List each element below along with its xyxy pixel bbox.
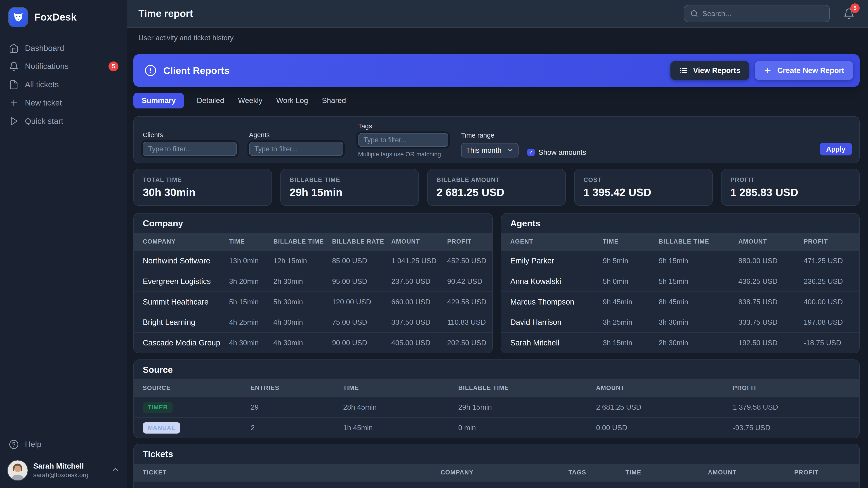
column-header: BILLABLE TIME bbox=[458, 385, 596, 392]
sidebar-item-help[interactable]: Help bbox=[8, 437, 120, 452]
user-menu[interactable]: Sarah Mitchell sarah@foxdesk.org bbox=[8, 460, 120, 480]
manual-badge: MANUAL bbox=[143, 422, 180, 434]
cell-company: Summit Healthcare bbox=[143, 297, 229, 306]
sidebar-item-dashboard[interactable]: Dashboard bbox=[8, 41, 120, 55]
time-range-group: Time range This month bbox=[461, 131, 519, 158]
cell-agent: David Harrison bbox=[510, 318, 603, 327]
cell-profit: 400.00 USD bbox=[804, 298, 850, 306]
user-email: sarah@foxdesk.org bbox=[33, 471, 89, 479]
tickets-section: Tickets TICKET COMPANY TAGS TIME AMOUNT … bbox=[133, 444, 860, 488]
tab-detailed[interactable]: Detailed bbox=[196, 96, 225, 105]
table-row: David Harrison 3h 25min 3h 30min 333.75 … bbox=[501, 312, 859, 332]
cell-amount: 880.00 USD bbox=[738, 257, 804, 265]
cell-profit: 452.50 USD bbox=[447, 257, 486, 265]
foxdesk-logo-icon bbox=[9, 8, 28, 26]
cell-profit: 90.42 USD bbox=[447, 277, 483, 286]
column-header: AMOUNT bbox=[708, 469, 794, 476]
create-new-report-button[interactable]: Create New Report bbox=[755, 61, 853, 80]
content: Client Reports View Reports Create New R… bbox=[127, 49, 868, 488]
column-header: AMOUNT bbox=[738, 238, 804, 245]
timer-badge: TIMER bbox=[143, 402, 173, 413]
sidebar-item-all-tickets[interactable]: All tickets bbox=[8, 77, 120, 92]
stat-billable-amount: BILLABLE AMOUNT 2 681.25 USD bbox=[427, 169, 566, 206]
sidebar-nav: Dashboard Notifications 5 All tickets Ne… bbox=[8, 41, 120, 128]
clients-filter-input[interactable] bbox=[143, 142, 237, 156]
column-header: BILLABLE TIME bbox=[659, 238, 739, 245]
view-reports-button[interactable]: View Reports bbox=[671, 61, 749, 80]
tab-summary[interactable]: Summary bbox=[133, 93, 184, 108]
cell-billable-rate: 120.00 USD bbox=[332, 298, 391, 306]
document-icon bbox=[9, 80, 19, 90]
cell-agent: Marcus Thompson bbox=[510, 297, 603, 306]
cell-billable-rate: 85.00 USD bbox=[332, 257, 391, 265]
search-box bbox=[684, 5, 830, 22]
cell-time: 9h 45min bbox=[602, 298, 658, 306]
stat-label: BILLABLE TIME bbox=[289, 176, 410, 184]
tab-weekly[interactable]: Weekly bbox=[237, 96, 264, 105]
tab-work-log[interactable]: Work Log bbox=[275, 96, 309, 105]
show-amounts-label: Show amounts bbox=[538, 148, 586, 157]
sidebar-item-new-ticket[interactable]: New ticket bbox=[8, 96, 120, 110]
cell-billable-time: 3h 30min bbox=[659, 318, 739, 326]
table-row bbox=[134, 481, 859, 488]
column-header: COMPANY bbox=[440, 469, 568, 476]
agents-filter-input[interactable] bbox=[249, 142, 343, 156]
table-row: Northwind Software 13h 0min 12h 15min 85… bbox=[134, 251, 492, 271]
sidebar-spacer bbox=[8, 128, 120, 437]
cell-amount: 192.50 USD bbox=[738, 339, 804, 347]
cell-profit: 197.08 USD bbox=[804, 318, 850, 326]
topbar: Time report 5 bbox=[127, 0, 868, 28]
topbar-right: 5 bbox=[684, 5, 857, 22]
stat-value: 2 681.25 USD bbox=[436, 186, 557, 199]
time-range-select[interactable]: This month bbox=[461, 143, 519, 158]
cell-billable-time: 5h 30min bbox=[273, 298, 332, 306]
stat-label: COST bbox=[583, 176, 704, 184]
cell-time: 9h 5min bbox=[602, 257, 658, 265]
sidebar-item-notifications[interactable]: Notifications 5 bbox=[8, 59, 120, 74]
avatar bbox=[8, 460, 28, 480]
client-reports-banner: Client Reports View Reports Create New R… bbox=[133, 54, 860, 87]
tickets-section-title: Tickets bbox=[134, 444, 859, 464]
clients-filter-group: Clients bbox=[143, 131, 237, 156]
cell-profit: 1 379.58 USD bbox=[733, 403, 850, 412]
time-range-value: This month bbox=[466, 146, 501, 155]
cell-billable-rate: 75.00 USD bbox=[332, 318, 391, 326]
column-header: PROFIT bbox=[733, 385, 850, 392]
tab-shared[interactable]: Shared bbox=[321, 96, 347, 105]
show-amounts-checkbox[interactable]: ✓ bbox=[527, 149, 535, 156]
notifications-bell-button[interactable]: 5 bbox=[843, 8, 855, 20]
sidebar-item-quick-start[interactable]: Quick start bbox=[8, 114, 120, 128]
source-section: Source SOURCE ENTRIES TIME BILLABLE TIME… bbox=[133, 359, 860, 438]
sidebar-item-label: All tickets bbox=[25, 80, 59, 89]
cell-time: 5h 15min bbox=[229, 298, 273, 306]
page-title: Time report bbox=[138, 8, 193, 19]
cell-entries: 2 bbox=[251, 424, 343, 432]
show-amounts-toggle[interactable]: ✓ Show amounts bbox=[527, 148, 586, 157]
tags-hint: Multiple tags use OR matching. bbox=[358, 151, 448, 158]
cell-agent: Emily Parker bbox=[510, 256, 603, 265]
chevron-down-icon bbox=[507, 147, 514, 153]
column-header: ENTRIES bbox=[251, 385, 343, 392]
search-input[interactable] bbox=[702, 9, 823, 18]
home-icon bbox=[9, 43, 19, 53]
table-row: Summit Healthcare 5h 15min 5h 30min 120.… bbox=[134, 291, 492, 312]
list-icon bbox=[679, 66, 688, 75]
brand[interactable]: FoxDesk bbox=[8, 6, 120, 26]
cell-time: 3h 20min bbox=[229, 277, 273, 286]
cell-billable-time: 9h 15min bbox=[659, 257, 739, 265]
time-range-label: Time range bbox=[461, 131, 519, 139]
sidebar-item-label: Notifications bbox=[25, 62, 68, 71]
table-row: MANUAL 2 1h 45min 0 min 0.00 USD -93.75 … bbox=[134, 417, 859, 438]
agents-section-title: Agents bbox=[501, 214, 859, 233]
tags-filter-input[interactable] bbox=[358, 133, 448, 147]
cell-profit: -93.75 USD bbox=[733, 424, 850, 432]
stat-total-time: TOTAL TIME 30h 30min bbox=[133, 169, 272, 206]
cell-billable-time: 8h 45min bbox=[659, 298, 739, 306]
cell-profit: 471.25 USD bbox=[804, 257, 850, 265]
cell-time: 4h 25min bbox=[229, 318, 273, 326]
cell-amount: 0.00 USD bbox=[596, 424, 733, 432]
cell-amount: 2 681.25 USD bbox=[596, 403, 733, 412]
apply-button[interactable]: Apply bbox=[819, 143, 852, 156]
stat-value: 1 285.83 USD bbox=[730, 186, 850, 199]
banner-left: Client Reports bbox=[145, 64, 229, 76]
